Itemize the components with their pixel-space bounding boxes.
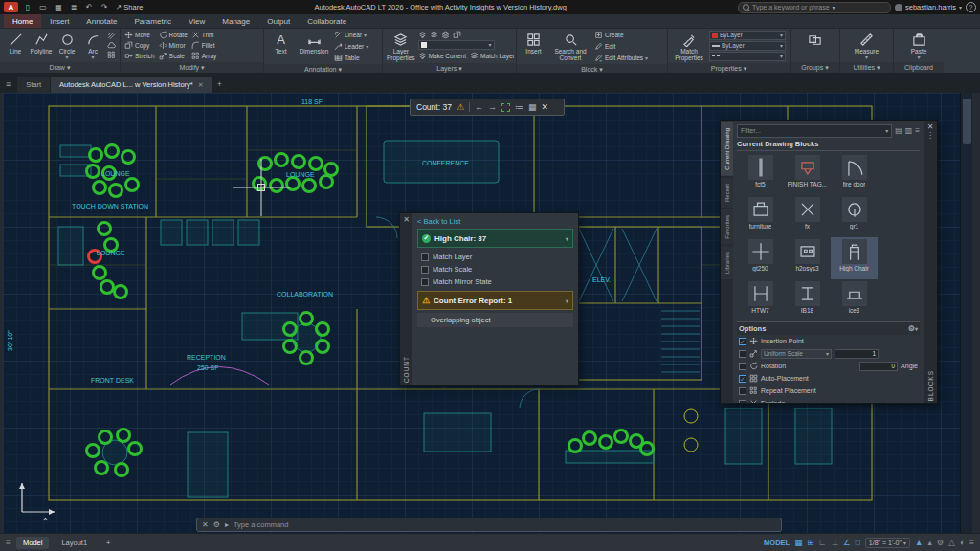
plot-icon[interactable]: ≣ [68, 2, 79, 12]
layer-freeze-icon[interactable] [430, 31, 438, 39]
edit-block-button[interactable]: Edit [594, 41, 648, 52]
measure-button[interactable]: Measure▾ [850, 30, 884, 61]
ribbon-tab-parametric[interactable]: Parametric [125, 14, 180, 28]
option-repeat-placement[interactable]: Repeat Placement [737, 385, 920, 397]
share-button[interactable]: ↗Share [116, 3, 143, 11]
option-uniform-scale[interactable]: Uniform Scale▾1 [737, 347, 920, 360]
copy-button[interactable]: Copy [124, 40, 155, 51]
chair-block[interactable] [106, 145, 119, 158]
chair-block[interactable] [303, 180, 316, 192]
option-insertion-point[interactable]: ✓Insertion Point [737, 335, 920, 347]
chair-block[interactable] [99, 223, 111, 235]
customize-icon[interactable]: ⚙ [213, 520, 220, 529]
layer-properties-button[interactable]: Layer Properties [387, 30, 415, 62]
chair-block[interactable] [100, 431, 112, 444]
search-input[interactable]: Type a keyword or phrase ▾ [738, 2, 891, 13]
leader-button[interactable]: Leader▾ [334, 41, 368, 52]
insert-button[interactable]: Insert [521, 30, 546, 63]
next-icon[interactable]: → [488, 103, 497, 112]
region-icon[interactable] [107, 51, 116, 59]
panel-label-draw[interactable]: Draw ▾ [0, 62, 120, 73]
status-toggle-annotation-visibility[interactable]: ▲ [915, 539, 923, 547]
close-icon[interactable]: ✕ [202, 520, 209, 529]
count-selection-icon[interactable] [501, 103, 510, 112]
status-menu-icon[interactable]: ≡ [6, 539, 11, 547]
search-convert-button[interactable]: Search and Convert [549, 30, 591, 63]
chair-block[interactable] [600, 436, 612, 449]
chair-block[interactable] [259, 158, 272, 170]
layer-lock-icon[interactable] [441, 31, 450, 39]
hatch-icon[interactable] [107, 32, 116, 40]
block-item-ice3[interactable]: ice3 [831, 279, 878, 321]
chair-block[interactable] [287, 178, 300, 190]
status-toggle-grid[interactable]: ▦ [794, 539, 802, 547]
chair-block[interactable] [310, 158, 323, 170]
block-item-fire-door[interactable]: fire door [831, 153, 878, 195]
blocks-tab-recent[interactable]: Recent [721, 178, 733, 208]
chair-block[interactable] [110, 185, 122, 197]
status-toggle-snap[interactable]: ⊞ [807, 539, 813, 547]
chair-block[interactable] [116, 464, 128, 476]
text-button[interactable]: AText [268, 30, 294, 63]
chair-block[interactable] [101, 281, 114, 294]
blocks-tab-libraries[interactable]: Libraries [721, 246, 733, 279]
stretch-button[interactable]: Stretch [124, 51, 155, 61]
option-auto-placement[interactable]: ✓Auto-Placement [737, 372, 920, 385]
chair-block[interactable] [321, 176, 333, 188]
chair-block[interactable] [96, 462, 108, 474]
panel-label-utilities[interactable]: Utilities ▾ [840, 62, 893, 73]
chair-block[interactable] [115, 286, 127, 298]
trim-button[interactable]: Trim [191, 30, 217, 40]
edit-attributes-button[interactable]: Edit Attributes▾ [594, 53, 648, 63]
status-toggle-annotation-monitor[interactable]: △ [948, 539, 955, 547]
chair-block[interactable] [301, 352, 313, 364]
close-icon[interactable]: ✕ [198, 81, 204, 89]
model-space-button[interactable]: MODEL [764, 539, 790, 547]
line-button[interactable]: Line [4, 30, 27, 61]
block-item-gr1[interactable]: gr1 [831, 195, 878, 237]
panel-label-groups[interactable]: Groups ▾ [791, 62, 839, 73]
scale-value-input[interactable]: 1 [835, 349, 879, 359]
mirror-button[interactable]: Mirror [159, 40, 188, 51]
checkbox[interactable] [739, 363, 746, 370]
close-icon[interactable]: ✕ [403, 215, 410, 224]
chair-block[interactable] [615, 430, 628, 443]
palette-menu-icon[interactable]: ≡ [915, 126, 920, 135]
match-layer-button[interactable]: Match Layer [470, 51, 515, 61]
new-file-icon[interactable]: ▯ [22, 2, 33, 12]
count-filter-match-layer[interactable]: Match Layer [417, 251, 573, 263]
chair-block[interactable] [94, 267, 106, 279]
close-icon[interactable]: ✕ [541, 103, 548, 112]
open-file-icon[interactable]: ▭ [37, 2, 49, 12]
undo-icon[interactable]: ↶ [83, 2, 95, 12]
revision-cloud-icon[interactable] [107, 41, 116, 50]
status-toggle-osnap[interactable]: □ [856, 539, 860, 547]
ribbon-tab-output[interactable]: Output [258, 14, 299, 28]
gear-icon[interactable]: ⚙ [908, 324, 915, 333]
account-menu[interactable]: sebastian.harris ▾ [895, 3, 962, 11]
annotation-scale-button[interactable]: 1/8" = 1'-0"▾ [865, 538, 910, 548]
ribbon-tab-insert[interactable]: Insert [41, 14, 78, 28]
block-item-h2osys3[interactable]: h2osys3 [784, 237, 831, 279]
block-item-finish-tag-[interactable]: FINISH TAG... [784, 153, 831, 195]
ribbon-tab-manage[interactable]: Manage [213, 14, 258, 28]
new-tab-button[interactable]: + [217, 79, 222, 89]
count-error-header[interactable]: ⚠ Count Error Report: 1 ▾ [417, 291, 573, 310]
blocks-filter-input[interactable]: Filter...▾ [737, 124, 892, 138]
file-tab-menu-icon[interactable]: ≡ [6, 79, 11, 89]
chair-block[interactable] [276, 154, 288, 166]
checkbox[interactable] [421, 266, 429, 274]
status-toggle-autoscale[interactable]: ▴ [927, 539, 931, 547]
dimension-button[interactable]: Dimension [297, 30, 331, 63]
array-button[interactable]: Array [191, 51, 217, 61]
lineweight-select[interactable]: ByLayer▾ [709, 41, 786, 51]
blocks-tab-favorites[interactable]: Favorites [721, 209, 733, 245]
chair-block[interactable] [271, 180, 283, 192]
tab-start[interactable]: Start [17, 77, 50, 93]
ribbon-tab-home[interactable]: Home [4, 14, 41, 28]
blocks-tab-current-drawing[interactable]: Current Drawing [721, 122, 733, 176]
vertical-scrollbar[interactable] [960, 93, 972, 533]
chair-block[interactable] [293, 156, 305, 168]
count-filter-match-mirror-state[interactable]: Match Mirror State [417, 276, 573, 288]
option-explode[interactable]: Explode [737, 397, 920, 403]
